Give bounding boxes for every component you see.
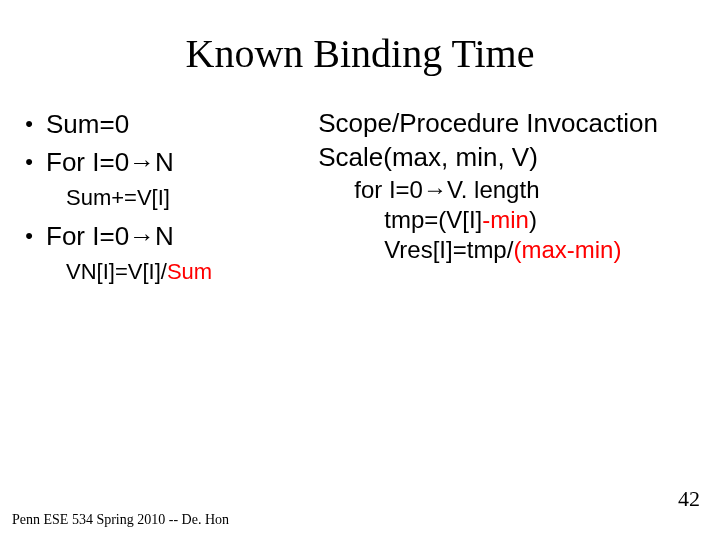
for-prefix: For I=0 <box>46 147 129 177</box>
for-prefix: For I=0 <box>46 221 129 251</box>
right-line-3: Vres[I]=tmp/(max-min) <box>384 235 708 265</box>
sub-text: VN[I]=V[I]/ <box>66 259 167 284</box>
l2-text-c: ) <box>529 206 537 233</box>
bullet-dot-icon: • <box>12 145 46 179</box>
page-number: 42 <box>678 486 700 512</box>
for-prefix: for I=0 <box>354 176 423 203</box>
for-suffix: N <box>155 221 174 251</box>
arrow-icon: → <box>129 221 155 251</box>
bullet-2: • For I=0→N <box>12 145 318 179</box>
right-header-2: Scale(max, min, V) <box>318 141 708 173</box>
bullet-2-text: For I=0→N <box>46 145 174 179</box>
l3-text-red: (max-min) <box>513 236 621 263</box>
bullet-1: • Sum=0 <box>12 107 318 141</box>
right-column: Scope/Procedure Invocaction Scale(max, m… <box>318 107 708 293</box>
for-suffix: N <box>155 147 174 177</box>
content-area: • Sum=0 • For I=0→N Sum+=V[I] • For I=0→… <box>0 77 720 293</box>
bullet-3: • For I=0→N <box>12 219 318 253</box>
left-column: • Sum=0 • For I=0→N Sum+=V[I] • For I=0→… <box>12 107 318 293</box>
right-line-1: for I=0→V. length <box>354 175 708 205</box>
bullet-3-text: For I=0→N <box>46 219 174 253</box>
slide-title: Known Binding Time <box>0 0 720 77</box>
l3-text-a: Vres[I]=tmp/ <box>384 236 513 263</box>
bullet-3-sub: VN[I]=V[I]/Sum <box>66 257 318 287</box>
l2-text-red: -min <box>482 206 529 233</box>
arrow-icon: → <box>129 147 155 177</box>
bullet-2-sub: Sum+=V[I] <box>66 183 318 213</box>
l2-text-a: tmp=(V[I] <box>384 206 482 233</box>
for-suffix: V. length <box>447 176 540 203</box>
bullet-dot-icon: • <box>12 219 46 253</box>
sub-text-red: Sum <box>167 259 212 284</box>
slide: Known Binding Time • Sum=0 • For I=0→N S… <box>0 0 720 540</box>
arrow-icon: → <box>423 176 447 203</box>
bullet-1-text: Sum=0 <box>46 107 129 141</box>
footer-text: Penn ESE 534 Spring 2010 -- De. Hon <box>12 512 229 528</box>
right-line-2: tmp=(V[I]-min) <box>384 205 708 235</box>
bullet-dot-icon: • <box>12 107 46 141</box>
right-header-1: Scope/Procedure Invocaction <box>318 107 708 139</box>
